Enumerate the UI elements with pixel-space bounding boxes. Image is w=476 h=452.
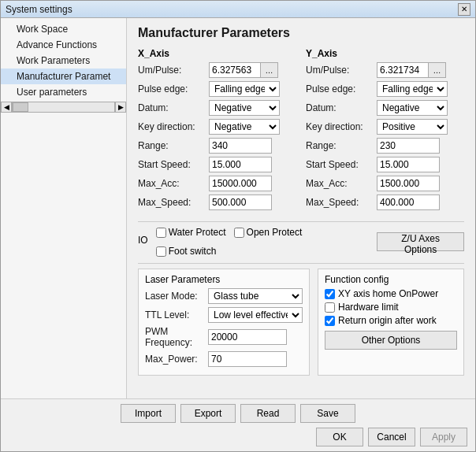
divider-2 bbox=[138, 263, 464, 264]
y-start-speed-row: Start Speed: bbox=[306, 157, 464, 172]
laser-mode-label: Laser Mode: bbox=[145, 291, 208, 302]
x-datum-label: Datum: bbox=[138, 102, 209, 113]
y-max-acc-input[interactable] bbox=[377, 176, 440, 191]
scroll-left-arrow[interactable]: ◀ bbox=[1, 102, 12, 113]
func-config-title: Function config bbox=[325, 274, 457, 285]
sidebar-item-work-parameters[interactable]: Work Parameters bbox=[1, 53, 126, 69]
y-range-input[interactable] bbox=[377, 138, 440, 154]
open-protect-item[interactable]: Open Protect bbox=[234, 227, 303, 238]
sidebar: Work Space Advance Functions Work Parame… bbox=[1, 18, 127, 398]
func-config-group: Function config XY axis home OnPower Har… bbox=[318, 269, 464, 376]
axes-container: X_Axis Um/Pulse: … Pulse edge: Falling e… bbox=[138, 48, 464, 213]
pwm-freq-input[interactable] bbox=[208, 329, 287, 345]
scrollbar-thumb[interactable] bbox=[13, 102, 28, 112]
content-area: Work Space Advance Functions Work Parame… bbox=[1, 18, 475, 398]
panel-title: Manufacturer Parameters bbox=[138, 26, 464, 40]
laser-params-title: Laser Parameters bbox=[145, 274, 303, 285]
y-key-direction-row: Key direction: Positive Negative bbox=[306, 119, 464, 135]
y-um-pulse-input[interactable] bbox=[377, 62, 429, 78]
y-pulse-edge-select[interactable]: Falling edge Rising edge bbox=[377, 81, 448, 97]
y-max-speed-input[interactable] bbox=[377, 195, 440, 210]
x-max-acc-input[interactable] bbox=[209, 176, 272, 191]
hw-limit-checkbox[interactable] bbox=[325, 302, 335, 313]
x-range-label: Range: bbox=[138, 140, 209, 151]
bottom-bar: Import Export Read Save OK Cancel Apply bbox=[1, 398, 475, 451]
scroll-right-arrow[interactable]: ▶ bbox=[115, 102, 126, 113]
ttl-level-row: TTL Level: Low level effective High leve… bbox=[145, 307, 303, 323]
xy-home-label: XY axis home OnPower bbox=[338, 288, 438, 299]
x-start-speed-row: Start Speed: bbox=[138, 157, 296, 172]
main-panel: Manufacturer Parameters X_Axis Um/Pulse:… bbox=[127, 18, 475, 398]
y-axis-label: Y_Axis bbox=[306, 48, 464, 59]
hw-limit-item[interactable]: Hardware limit bbox=[325, 302, 457, 313]
sidebar-item-manufacturer-params[interactable]: Manufacturer Paramet bbox=[1, 69, 126, 84]
foot-switch-checkbox[interactable] bbox=[156, 246, 166, 257]
sidebar-item-work-space[interactable]: Work Space bbox=[1, 21, 126, 37]
sidebar-scrollbar: ◀ ▶ bbox=[1, 102, 126, 113]
read-button[interactable]: Read bbox=[240, 404, 296, 423]
lower-section: Laser Parameters Laser Mode: Glass tube … bbox=[138, 269, 464, 376]
x-um-pulse-browse[interactable]: … bbox=[261, 62, 278, 78]
other-options-button[interactable]: Other Options bbox=[325, 331, 457, 350]
water-protect-label: Water Protect bbox=[169, 227, 226, 238]
xy-home-checkbox[interactable] bbox=[325, 289, 335, 299]
zu-axes-options-button[interactable]: Z/U Axes Options bbox=[377, 232, 464, 251]
xy-home-item[interactable]: XY axis home OnPower bbox=[325, 288, 457, 299]
ok-button[interactable]: OK bbox=[316, 428, 363, 446]
y-um-pulse-browse[interactable]: … bbox=[429, 62, 446, 78]
water-protect-item[interactable]: Water Protect bbox=[156, 227, 226, 238]
foot-switch-item[interactable]: Foot switch bbox=[156, 246, 217, 257]
x-axis-label: X_Axis bbox=[138, 48, 296, 59]
window-title: System settings bbox=[6, 4, 73, 15]
toolbar-buttons: Import Export Read Save bbox=[9, 404, 467, 423]
x-range-input[interactable] bbox=[209, 138, 272, 154]
export-button[interactable]: Export bbox=[180, 404, 236, 423]
return-origin-item[interactable]: Return origin after work bbox=[325, 315, 457, 326]
ttl-level-label: TTL Level: bbox=[145, 309, 208, 320]
laser-params-group: Laser Parameters Laser Mode: Glass tube … bbox=[138, 269, 310, 376]
y-max-acc-label: Max_Acc: bbox=[306, 178, 377, 189]
horizontal-scrollbar[interactable] bbox=[12, 102, 115, 113]
y-key-direction-select[interactable]: Positive Negative bbox=[377, 119, 448, 135]
x-start-speed-label: Start Speed: bbox=[138, 159, 209, 170]
y-datum-select[interactable]: Negative Positive bbox=[377, 100, 448, 116]
divider-1 bbox=[138, 221, 464, 222]
pwm-freq-label: PWM Frequency: bbox=[145, 326, 208, 348]
y-range-row: Range: bbox=[306, 138, 464, 154]
y-start-speed-input[interactable] bbox=[377, 157, 440, 172]
import-button[interactable]: Import bbox=[121, 404, 176, 423]
y-range-label: Range: bbox=[306, 140, 377, 151]
laser-mode-row: Laser Mode: Glass tube RF tube bbox=[145, 288, 303, 304]
laser-mode-select[interactable]: Glass tube RF tube bbox=[208, 288, 303, 304]
max-power-row: Max_Power: bbox=[145, 351, 303, 367]
max-power-input[interactable] bbox=[208, 351, 287, 367]
y-um-pulse-input-group: … bbox=[377, 62, 446, 78]
cancel-button[interactable]: Cancel bbox=[368, 428, 415, 446]
y-key-direction-label: Key direction: bbox=[306, 121, 377, 132]
y-pulse-edge-row: Pulse edge: Falling edge Rising edge bbox=[306, 81, 464, 97]
ttl-level-select[interactable]: Low level effective High level effective bbox=[208, 307, 303, 323]
x-max-speed-input[interactable] bbox=[209, 195, 272, 210]
x-key-direction-select[interactable]: Negative Positive bbox=[209, 119, 280, 135]
x-start-speed-input[interactable] bbox=[209, 157, 272, 172]
sidebar-item-advance-functions[interactable]: Advance Functions bbox=[1, 37, 126, 53]
apply-button[interactable]: Apply bbox=[420, 428, 467, 446]
x-pulse-edge-select[interactable]: Falling edge Rising edge bbox=[209, 81, 280, 97]
x-max-speed-label: Max_Speed: bbox=[138, 197, 209, 208]
open-protect-checkbox[interactable] bbox=[234, 228, 244, 238]
x-um-pulse-input[interactable] bbox=[209, 62, 261, 78]
save-button[interactable]: Save bbox=[300, 404, 355, 423]
return-origin-label: Return origin after work bbox=[338, 315, 437, 326]
return-origin-checkbox[interactable] bbox=[325, 316, 335, 326]
pwm-freq-row: PWM Frequency: bbox=[145, 326, 303, 348]
y-max-acc-row: Max_Acc: bbox=[306, 176, 464, 191]
x-datum-select[interactable]: Negative Positive bbox=[209, 100, 280, 116]
io-label: IO bbox=[138, 235, 148, 246]
water-protect-checkbox[interactable] bbox=[156, 228, 166, 238]
io-section: IO Water Protect Open Protect Foot sw bbox=[138, 227, 464, 257]
x-datum-row: Datum: Negative Positive bbox=[138, 100, 296, 116]
sidebar-item-user-parameters[interactable]: User parameters bbox=[1, 84, 126, 100]
close-button[interactable]: ✕ bbox=[458, 3, 470, 16]
x-axis-group: X_Axis Um/Pulse: … Pulse edge: Falling e… bbox=[138, 48, 296, 213]
x-um-pulse-label: Um/Pulse: bbox=[138, 65, 209, 76]
